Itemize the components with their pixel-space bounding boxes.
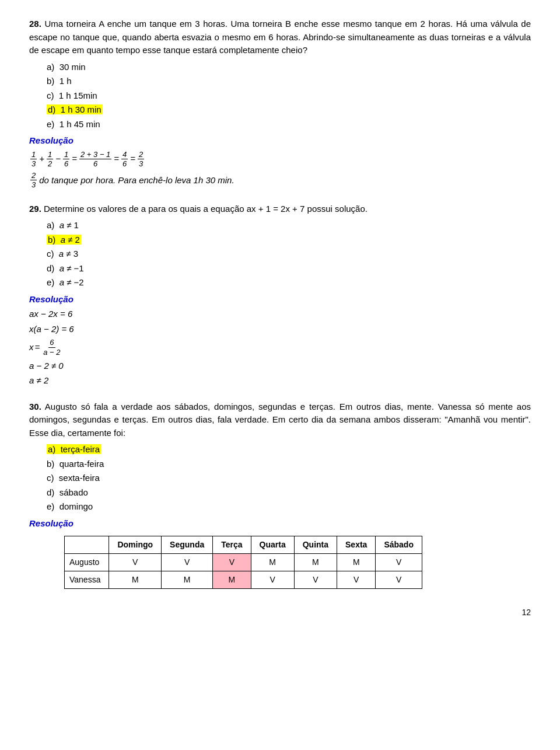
table-cell-vanessa-sex: V	[337, 571, 376, 589]
table-header-terca: Terça	[213, 536, 251, 554]
q28-number: 28.	[29, 19, 41, 29]
frac-2-3-note: 2 3	[30, 171, 37, 190]
table-cell-vanessa-qui: V	[294, 571, 337, 589]
q29-math-1: ax − 2x = 6	[29, 308, 531, 321]
q29-resolucao-label: Resolução	[29, 293, 531, 306]
q28-math-row: 1 3 + 1 2 − 1 6 = 2 + 3 − 1 6 = 4 6 = 2 …	[29, 150, 531, 169]
q30-resolucao-label: Resolução	[29, 517, 531, 531]
q29-math-4: a − 2 ≠ 0	[29, 360, 531, 373]
q30-table: Domingo Segunda Terça Quarta Quinta Sext…	[64, 536, 422, 589]
question-29: 29. Determine os valores de a para os qu…	[29, 203, 531, 388]
q29-option-b: b) a ≠ 2	[47, 233, 531, 247]
q28-text: 28. Uma torneira A enche um tanque em 3 …	[29, 18, 531, 57]
table-cell-vanessa-ter: M	[213, 571, 251, 589]
table-cell-vanessa-seg: M	[162, 571, 213, 589]
table-cell-vanessa-sab: V	[376, 571, 422, 589]
table-cell-augusto-label: Augusto	[65, 554, 109, 571]
frac-1-6: 1 6	[63, 150, 69, 169]
table-cell-augusto-sex: M	[337, 554, 376, 571]
q29-math-3: x = 6 a − 2	[29, 338, 531, 357]
q29-option-e: e) a ≠ −2	[47, 276, 531, 289]
frac-2plus3minus1-6: 2 + 3 − 1 6	[79, 150, 111, 169]
q30-option-b: b) quarta-feira	[47, 458, 531, 471]
frac-6-a-minus-2: 6 a − 2	[42, 338, 61, 357]
table-cell-augusto-dom: V	[109, 554, 162, 571]
q30-option-d: d) sábado	[47, 486, 531, 500]
q29-option-a: a) a ≠ 1	[47, 219, 531, 232]
table-header-quinta: Quinta	[294, 536, 337, 554]
page-number: 12	[29, 606, 531, 619]
table-cell-vanessa-label: Vanessa	[65, 571, 109, 589]
q30-option-c: c) sexta-feira	[47, 472, 531, 485]
frac-1-2: 1 2	[47, 150, 53, 169]
q29-option-d: d) a ≠ −1	[47, 262, 531, 275]
table-header-domingo: Domingo	[109, 536, 162, 554]
q28-option-d: d) 1 h 30 min	[47, 103, 531, 117]
frac-2-3: 2 3	[138, 150, 144, 169]
table-cell-vanessa-dom: M	[109, 571, 162, 589]
frac-4-6: 4 6	[121, 150, 128, 169]
q28-note-text: do tanque por hora. Para enchê-lo leva 1…	[39, 174, 234, 187]
q29-text: 29. Determine os valores de a para os qu…	[29, 203, 531, 216]
table-header-sexta: Sexta	[337, 536, 376, 554]
question-30: 30. Augusto só fala a verdade aos sábado…	[29, 400, 531, 589]
q28-option-e: e) 1 h 45 min	[47, 118, 531, 131]
table-cell-vanessa-qua: V	[251, 571, 294, 589]
q28-resolucao-label: Resolução	[29, 134, 531, 148]
q29-option-c: c) a ≠ 3	[47, 247, 531, 261]
table-header-quarta: Quarta	[251, 536, 294, 554]
table-cell-augusto-ter: V	[213, 554, 251, 571]
table-row-vanessa: Vanessa M M M V V V V	[65, 571, 422, 589]
q30-number: 30.	[29, 402, 41, 411]
q29-math-5: a ≠ 2	[29, 374, 531, 388]
q30-options: a) terça-feira b) quarta-feira c) sexta-…	[47, 443, 531, 514]
q29-number: 29.	[29, 204, 41, 214]
table-header-empty	[65, 536, 109, 554]
question-28: 28. Uma torneira A enche um tanque em 3 …	[29, 18, 531, 190]
table-header-sabado: Sábado	[376, 536, 422, 554]
q28-options: a) 30 min b) 1 h c) 1 h 15min d) 1 h 30 …	[47, 61, 531, 131]
table-header-segunda: Segunda	[162, 536, 213, 554]
table-cell-augusto-qui: M	[294, 554, 337, 571]
table-cell-augusto-sab: V	[376, 554, 422, 571]
q28-option-c: c) 1 h 15min	[47, 89, 531, 103]
q28-option-a: a) 30 min	[47, 61, 531, 74]
q28-resolucao-note: 2 3 do tanque por hora. Para enchê-lo le…	[29, 171, 531, 190]
q30-text: 30. Augusto só fala a verdade aos sábado…	[29, 400, 531, 440]
table-row-augusto: Augusto V V V M M M V	[65, 554, 422, 571]
q29-math-2: x(a − 2) = 6	[29, 323, 531, 336]
table-cell-augusto-seg: V	[162, 554, 213, 571]
q28-option-b: b) 1 h	[47, 75, 531, 88]
q30-option-a: a) terça-feira	[47, 443, 531, 456]
q30-option-e: e) domingo	[47, 500, 531, 514]
table-cell-augusto-qua: M	[251, 554, 294, 571]
frac-1-3: 1 3	[30, 150, 37, 169]
q29-options: a) a ≠ 1 b) a ≠ 2 c) a ≠ 3 d) a ≠ −1 e) …	[47, 219, 531, 289]
